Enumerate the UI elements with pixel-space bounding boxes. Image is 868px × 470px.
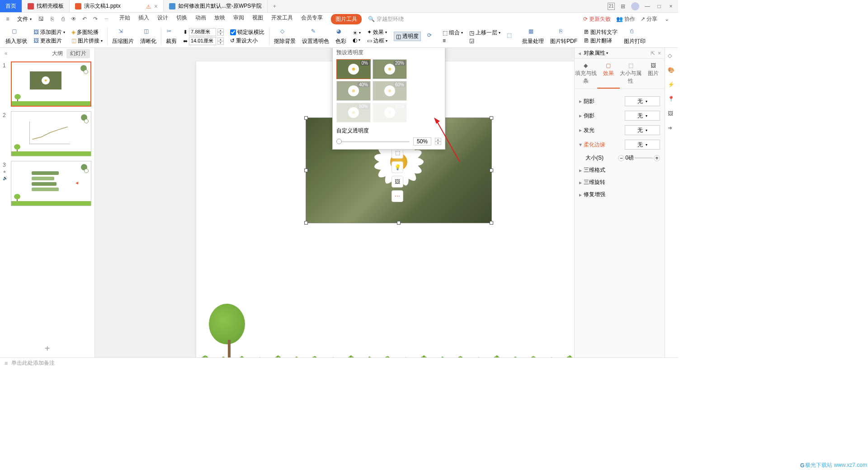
size-slider[interactable] bbox=[635, 157, 653, 159]
resize-handle[interactable] bbox=[304, 116, 308, 120]
slide-thumb-2[interactable] bbox=[11, 111, 91, 156]
panel-close-icon[interactable]: × bbox=[658, 50, 661, 56]
ft-more-icon[interactable]: ⋯ bbox=[392, 190, 403, 202]
pic-to-text-button[interactable]: 🖹图片转文字 bbox=[584, 28, 618, 36]
ribbon-search[interactable]: 🔍 穿越型环绕 bbox=[368, 15, 404, 23]
panel-collapse-icon[interactable]: ◂ bbox=[578, 50, 581, 56]
minimize-icon[interactable]: — bbox=[644, 3, 651, 10]
resize-handle[interactable] bbox=[304, 221, 308, 225]
select-button[interactable]: ⬚ bbox=[507, 32, 516, 41]
share-button[interactable]: ↗分享 bbox=[641, 15, 657, 23]
add-picture-button[interactable]: 🖼添加图片▾ bbox=[33, 28, 65, 36]
shadow-select[interactable]: 无▾ bbox=[625, 96, 660, 106]
set-trans-color-button[interactable]: ✎设置透明色 bbox=[302, 28, 329, 45]
notes-bar[interactable]: ≡ 单击此处添加备注 bbox=[0, 357, 678, 367]
compress-button[interactable]: ⇲压缩图片 bbox=[112, 28, 134, 45]
new-icon[interactable]: ⎘ bbox=[48, 15, 56, 23]
menu-tab-animation[interactable]: 动画 bbox=[195, 14, 206, 24]
rp-tab-fill[interactable]: ◆填充与线条 bbox=[575, 59, 597, 89]
preset-60[interactable]: 60% bbox=[373, 81, 407, 101]
size-plus-button[interactable]: + bbox=[654, 155, 660, 161]
menu-tab-insert[interactable]: 插入 bbox=[138, 14, 149, 24]
redo-icon[interactable]: ↷ bbox=[91, 15, 99, 23]
maximize-icon[interactable]: □ bbox=[656, 3, 663, 10]
glow-select[interactable]: 无▾ bbox=[625, 125, 660, 135]
coop-button[interactable]: 👥协作 bbox=[616, 15, 635, 23]
ft-replace-icon[interactable]: 🖼 bbox=[392, 176, 403, 188]
batch-button[interactable]: ▦批量处理 bbox=[522, 28, 544, 45]
menu-tab-design[interactable]: 设计 bbox=[157, 14, 168, 24]
st-arrow-icon[interactable]: ➜ bbox=[668, 125, 676, 133]
tab-add-button[interactable]: + bbox=[268, 0, 281, 12]
multi-outline-button[interactable]: ◈多图轮播 bbox=[71, 28, 103, 36]
align-button[interactable]: ≡ bbox=[443, 38, 463, 44]
transparency-input[interactable] bbox=[413, 137, 431, 146]
st-diamond-icon[interactable]: ◇ bbox=[668, 52, 676, 61]
slide-thumb-1[interactable] bbox=[11, 61, 91, 107]
tab-help[interactable]: 如何修改图片默认...堂-原WPS学院 bbox=[164, 0, 268, 12]
pic-print-button[interactable]: ⎙图片打印 bbox=[624, 28, 646, 45]
preset-80[interactable]: 80% bbox=[336, 103, 371, 122]
menu-tab-review[interactable]: 审阅 bbox=[233, 14, 244, 24]
menu-tab-view[interactable]: 视图 bbox=[252, 14, 263, 24]
transparency-slider[interactable] bbox=[336, 141, 410, 142]
close-icon[interactable]: × bbox=[154, 3, 158, 10]
outline-tab[interactable]: 大纲 bbox=[52, 50, 63, 57]
bring-forward-button[interactable]: ◳上移一层▾ bbox=[469, 29, 500, 37]
canvas-area[interactable]: ☰ 🔍 ⬚ 💡 🖼 ⋯ 预设透明度 0% 20% 40% 60% 80% 95%… bbox=[95, 48, 574, 357]
height-input[interactable]: ⬍▴▾ bbox=[183, 28, 224, 36]
transparency-button[interactable]: ◫透明度 bbox=[394, 32, 421, 41]
crop-button[interactable]: ✂裁剪 bbox=[166, 28, 177, 45]
rotate-button[interactable]: ⟳ bbox=[427, 32, 436, 41]
contrast-button[interactable]: ◐▾ bbox=[353, 37, 361, 43]
panel-pin-icon[interactable]: ⇱ bbox=[651, 50, 655, 56]
menu-tab-start[interactable]: 开始 bbox=[119, 14, 130, 24]
effect-button[interactable]: ✦效果▾ bbox=[367, 28, 387, 36]
menu-tab-vip[interactable]: 会员专享 bbox=[301, 14, 323, 24]
preset-0[interactable]: 0% bbox=[336, 59, 371, 79]
save-icon[interactable]: 🖫 bbox=[37, 15, 45, 23]
send-back-button[interactable]: ◲ bbox=[469, 38, 500, 44]
collapse-pane-icon[interactable]: « bbox=[5, 50, 8, 56]
size-minus-button[interactable]: − bbox=[618, 155, 624, 161]
resize-handle[interactable] bbox=[304, 169, 308, 172]
add-slide-button[interactable]: + bbox=[0, 339, 94, 357]
st-picture-icon[interactable]: 🖼 bbox=[668, 110, 676, 118]
tab-home[interactable]: 首页 bbox=[0, 0, 22, 12]
menu-tab-dev[interactable]: 开发工具 bbox=[271, 14, 293, 24]
lock-ratio-checkbox[interactable]: 锁定纵横比 bbox=[230, 28, 264, 36]
color-button[interactable]: ◕色彩 bbox=[335, 28, 346, 45]
st-pin-icon[interactable]: 📍 bbox=[668, 96, 676, 104]
rp-tab-size[interactable]: ⬚大小与属性 bbox=[620, 59, 642, 89]
change-picture-button[interactable]: 🖼更改图片 bbox=[33, 37, 65, 45]
menu-tab-pictools[interactable]: 图片工具 bbox=[331, 14, 362, 24]
softedge-select[interactable]: 无▾ bbox=[625, 140, 660, 150]
preset-95[interactable]: 95% bbox=[373, 103, 407, 122]
tab-templates[interactable]: 找稻壳模板 bbox=[22, 0, 70, 12]
rp-tab-effect[interactable]: ▢效果 bbox=[597, 59, 620, 89]
undo-icon[interactable]: ↶ bbox=[80, 15, 89, 23]
brightness-button[interactable]: ☀▾ bbox=[353, 30, 361, 36]
avatar-icon[interactable] bbox=[631, 2, 639, 10]
preset-40[interactable]: 40% bbox=[336, 81, 371, 101]
menu-tab-transition[interactable]: 切换 bbox=[176, 14, 187, 24]
slides-tab[interactable]: 幻灯片 bbox=[66, 49, 90, 58]
slide-thumb-3[interactable]: ◄ bbox=[11, 161, 91, 206]
preview-icon[interactable]: 👁 bbox=[70, 15, 78, 23]
width-input[interactable]: ⬌▴▾ bbox=[183, 37, 224, 45]
grid-icon[interactable]: ⊞ bbox=[619, 3, 627, 10]
resize-handle[interactable] bbox=[397, 221, 401, 225]
picture-join-button[interactable]: ◫图片拼接▾ bbox=[71, 37, 103, 45]
resize-handle[interactable] bbox=[490, 221, 493, 225]
print-icon[interactable]: ⎙ bbox=[59, 15, 67, 23]
resize-handle[interactable] bbox=[490, 169, 493, 172]
reset-size-button[interactable]: ↺重设大小 bbox=[230, 37, 264, 45]
menu-icon[interactable]: ≡ bbox=[4, 15, 12, 23]
st-lightning-icon[interactable]: ⚡ bbox=[668, 81, 676, 89]
pic-to-pdf-button[interactable]: ⎘图片转PDF bbox=[550, 28, 577, 45]
st-palette-icon[interactable]: 🎨 bbox=[668, 67, 676, 75]
sharpen-button[interactable]: ◫清晰化 bbox=[140, 28, 156, 45]
ft-bulb-icon[interactable]: 💡 bbox=[392, 161, 403, 173]
reflection-select[interactable]: 无▾ bbox=[625, 111, 660, 121]
menu-tab-slideshow[interactable]: 放映 bbox=[214, 14, 225, 24]
